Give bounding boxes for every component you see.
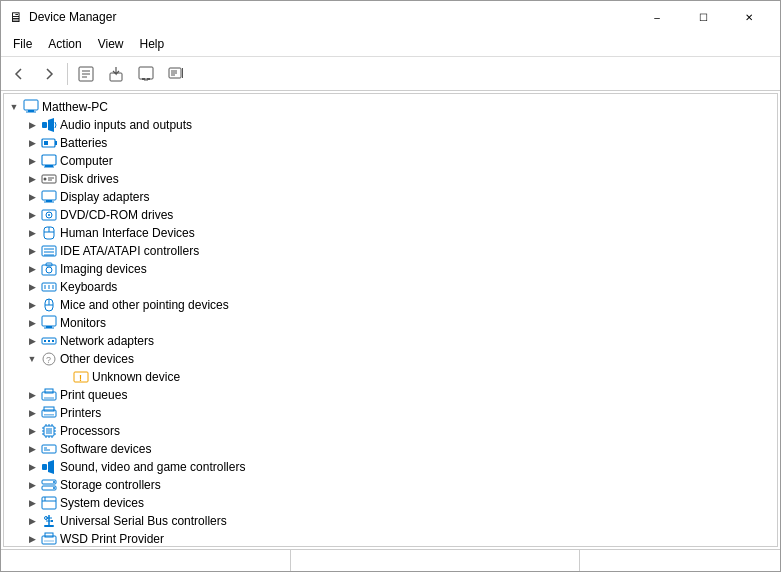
unknown-icon: !	[72, 369, 90, 385]
tree-item-hid[interactable]: ▶ Human Interface Devices	[4, 224, 777, 242]
toggle-system[interactable]: ▶	[24, 495, 40, 511]
tree-item-sound[interactable]: ▶ Sound, video and game controllers	[4, 458, 777, 476]
toggle-processors[interactable]: ▶	[24, 423, 40, 439]
title-bar: 🖥 Device Manager – ☐ ✕	[1, 1, 780, 33]
toggle-audio[interactable]: ▶	[24, 117, 40, 133]
hid-icon	[40, 225, 58, 241]
toggle-network[interactable]: ▶	[24, 333, 40, 349]
svg-rect-21	[42, 155, 56, 165]
status-pane-1	[1, 550, 291, 571]
toggle-print-queues[interactable]: ▶	[24, 387, 40, 403]
tree-item-mice[interactable]: ▶ Mice and other pointing devices	[4, 296, 777, 314]
ide-icon	[40, 243, 58, 259]
toggle-computer[interactable]: ▶	[24, 153, 40, 169]
back-button[interactable]	[5, 60, 33, 88]
tree-item-disk[interactable]: ▶ Disk drives	[4, 170, 777, 188]
update-driver-icon	[108, 66, 124, 82]
toggle-software[interactable]: ▶	[24, 441, 40, 457]
device-tree-panel[interactable]: ▼ Matthew-PC ▶ Audio inputs and outputs …	[3, 93, 778, 547]
svg-rect-88	[42, 464, 47, 470]
toggle-dvd[interactable]: ▶	[24, 207, 40, 223]
menu-bar: File Action View Help	[1, 33, 780, 57]
imaging-icon	[40, 261, 58, 277]
tree-item-keyboard[interactable]: ▶ Keyboards	[4, 278, 777, 296]
tree-item-monitors[interactable]: ▶ Monitors	[4, 314, 777, 332]
tree-item-processors[interactable]: ▶ Processors	[4, 422, 777, 440]
svg-point-91	[53, 481, 55, 483]
toggle-display[interactable]: ▶	[24, 189, 40, 205]
toggle-batteries[interactable]: ▶	[24, 135, 40, 151]
tree-item-computer[interactable]: ▶ Computer	[4, 152, 777, 170]
tree-item-print-queues[interactable]: ▶ Print queues	[4, 386, 777, 404]
forward-button[interactable]	[35, 60, 63, 88]
window-icon: 🖥	[9, 9, 23, 25]
maximize-button[interactable]: ☐	[680, 1, 726, 33]
svg-rect-67	[44, 397, 54, 399]
minimize-button[interactable]: –	[634, 1, 680, 33]
show-hidden-button[interactable]	[162, 60, 190, 88]
tree-item-other[interactable]: ▼ ? Other devices	[4, 350, 777, 368]
tree-item-imaging[interactable]: ▶ Imaging devices	[4, 260, 777, 278]
toggle-other[interactable]: ▼	[24, 351, 40, 367]
svg-rect-14	[24, 100, 38, 110]
update-driver-button[interactable]	[102, 60, 130, 88]
toggle-disk[interactable]: ▶	[24, 171, 40, 187]
tree-item-network[interactable]: ▶ Network adapters	[4, 332, 777, 350]
toggle-imaging[interactable]: ▶	[24, 261, 40, 277]
close-button[interactable]: ✕	[726, 1, 772, 33]
svg-rect-17	[42, 122, 47, 128]
menu-view[interactable]: View	[90, 35, 132, 54]
tree-item-wsd[interactable]: ▶ WSD Print Provider	[4, 530, 777, 547]
title-bar-controls: – ☐ ✕	[634, 1, 772, 33]
svg-point-33	[48, 214, 50, 216]
svg-rect-93	[42, 497, 56, 509]
tree-item-root[interactable]: ▼ Matthew-PC	[4, 98, 777, 116]
toggle-mice[interactable]: ▶	[24, 297, 40, 313]
tree-item-software[interactable]: ▶ Software devices	[4, 440, 777, 458]
toggle-printers[interactable]: ▶	[24, 405, 40, 421]
tree-item-storage[interactable]: ▶ Storage controllers	[4, 476, 777, 494]
tree-item-usb[interactable]: ▶ Universal Serial Bus controllers	[4, 512, 777, 530]
svg-rect-10	[182, 68, 183, 78]
menu-action[interactable]: Action	[40, 35, 89, 54]
toggle-ide[interactable]: ▶	[24, 243, 40, 259]
toggle-keyboard[interactable]: ▶	[24, 279, 40, 295]
hid-label: Human Interface Devices	[60, 226, 195, 240]
tree-item-printers[interactable]: ▶ Printers	[4, 404, 777, 422]
toggle-sound[interactable]: ▶	[24, 459, 40, 475]
toggle-root[interactable]: ▼	[6, 99, 22, 115]
tree-item-ide[interactable]: ▶ IDE ATA/ATAPI controllers	[4, 242, 777, 260]
disable-device-button[interactable]	[132, 60, 160, 88]
status-pane-3	[580, 550, 780, 571]
tree-item-display[interactable]: ▶ Display adapters	[4, 188, 777, 206]
svg-rect-85	[42, 445, 56, 453]
svg-rect-28	[42, 191, 56, 200]
tree-item-audio[interactable]: ▶ Audio inputs and outputs	[4, 116, 777, 134]
toggle-monitors[interactable]: ▶	[24, 315, 40, 331]
properties-icon	[78, 66, 94, 82]
forward-icon	[42, 67, 56, 81]
tree-item-unknown[interactable]: ! Unknown device	[4, 368, 777, 386]
printers-icon	[40, 405, 58, 421]
audio-icon	[40, 117, 58, 133]
toggle-usb[interactable]: ▶	[24, 513, 40, 529]
print-queues-icon	[40, 387, 58, 403]
toolbar	[1, 57, 780, 91]
display-icon	[40, 189, 58, 205]
root-label: Matthew-PC	[42, 100, 108, 114]
svg-rect-54	[42, 316, 56, 326]
toggle-wsd[interactable]: ▶	[24, 531, 40, 547]
print-queues-label: Print queues	[60, 388, 127, 402]
toggle-hid[interactable]: ▶	[24, 225, 40, 241]
tree-item-dvd[interactable]: ▶ DVD/CD-ROM drives	[4, 206, 777, 224]
svg-rect-58	[44, 340, 46, 342]
properties-button[interactable]	[72, 60, 100, 88]
svg-rect-20	[44, 141, 48, 145]
menu-help[interactable]: Help	[132, 35, 173, 54]
tree-item-batteries[interactable]: ▶ Batteries	[4, 134, 777, 152]
menu-file[interactable]: File	[5, 35, 40, 54]
svg-text:!: !	[79, 373, 82, 383]
toggle-storage[interactable]: ▶	[24, 477, 40, 493]
status-bar	[1, 549, 780, 571]
tree-item-system[interactable]: ▶ System devices	[4, 494, 777, 512]
